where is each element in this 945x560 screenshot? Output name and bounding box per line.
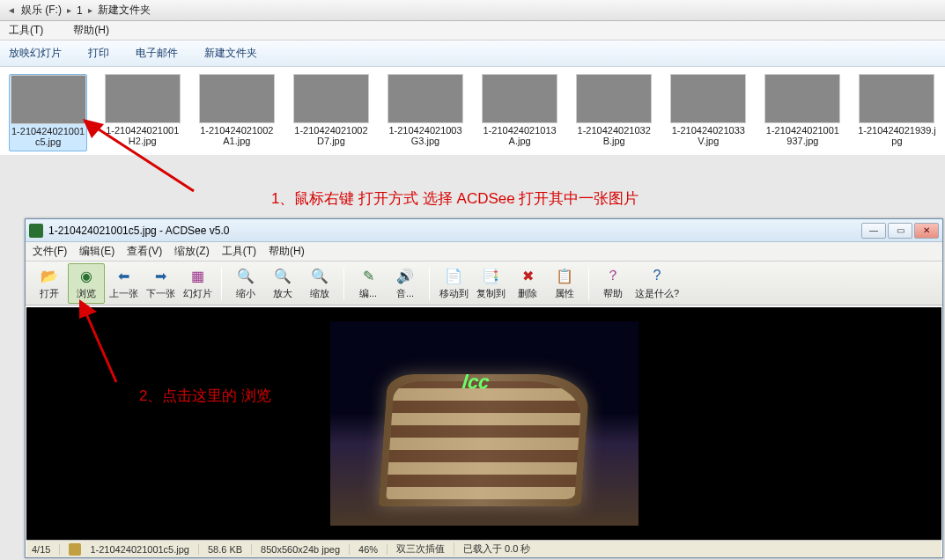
thumbnail-label: 1-210424021033V.jpg bbox=[669, 125, 748, 146]
thumbnail-item[interactable]: 1-210424021939.jpg bbox=[858, 74, 936, 151]
image-canvas[interactable]: lcc bbox=[26, 307, 941, 540]
toolbar-上一张-button[interactable]: ⬅上一张 bbox=[105, 263, 142, 304]
thumbnail-image bbox=[482, 74, 557, 123]
status-position: 4/15 bbox=[32, 544, 60, 555]
thumbnail-item[interactable]: 1-210424021002D7.jpg bbox=[292, 74, 370, 151]
toolbar-label: 下一张 bbox=[146, 287, 175, 300]
svg-line-0 bbox=[93, 126, 194, 191]
help-icon: ？ bbox=[603, 266, 623, 285]
toolbar-删除-button[interactable]: ✖删除 bbox=[509, 263, 546, 304]
minimize-button[interactable]: — bbox=[861, 223, 886, 239]
toolbar-label: 打开 bbox=[40, 287, 59, 300]
thumbnail-label: 1-210424021001c5.jpg bbox=[10, 126, 86, 147]
thumbnail-label: 1-210424021032B.jpg bbox=[575, 125, 653, 146]
toolbar-label: 属性 bbox=[555, 287, 574, 300]
file-type-icon bbox=[69, 543, 81, 556]
annotation-text-2: 2、点击这里的 浏览 bbox=[139, 386, 271, 406]
toolbar-label: 帮助 bbox=[603, 287, 623, 300]
breadcrumb-back-icon[interactable]: ◄ bbox=[7, 5, 16, 15]
cmd-print[interactable]: 打印 bbox=[88, 46, 109, 61]
thumbnail-item[interactable]: 1-210424021001c5.jpg bbox=[9, 74, 87, 151]
thumbnail-image bbox=[859, 74, 934, 123]
toolbar-separator bbox=[429, 267, 430, 300]
toolbar-打开-button[interactable]: 📂打开 bbox=[31, 263, 68, 304]
toolbar-label: 编... bbox=[359, 287, 377, 300]
menu-file[interactable]: 文件(F) bbox=[33, 244, 67, 259]
thumbnail-item[interactable]: 1-210424021003G3.jpg bbox=[386, 74, 464, 151]
toolbar-这是什么?-button[interactable]: ?这是什么? bbox=[631, 263, 683, 304]
move-icon: 📄 bbox=[444, 266, 463, 285]
thumbnail-image bbox=[105, 74, 181, 123]
toolbar-编...-button[interactable]: ✎编... bbox=[350, 263, 387, 304]
toolbar-放大-button[interactable]: 🔍放大 bbox=[264, 263, 301, 304]
thumbnail-item[interactable]: 1-210424021001937.jpg bbox=[764, 74, 842, 151]
cmd-newfolder[interactable]: 新建文件夹 bbox=[204, 46, 257, 61]
annotation-arrow-1 bbox=[81, 117, 196, 195]
acdsee-statusbar: 4/15 1-210424021001c5.jpg 58.6 KB 850x56… bbox=[26, 540, 941, 557]
menu-view[interactable]: 查看(V) bbox=[127, 244, 162, 259]
thumbnail-image bbox=[764, 74, 840, 123]
prop-icon: 📋 bbox=[555, 266, 574, 285]
status-loadtime: 已载入于 0.0 秒 bbox=[463, 542, 530, 556]
explorer-cmdbar: 放映幻灯片 打印 电子邮件 新建文件夹 bbox=[0, 41, 945, 67]
thumbnail-item[interactable]: 1-210424021032B.jpg bbox=[575, 74, 653, 151]
menu-tools[interactable]: 工具(T) bbox=[9, 23, 43, 38]
toolbar-label: 幻灯片 bbox=[183, 287, 212, 300]
menu-zoom[interactable]: 缩放(Z) bbox=[174, 244, 209, 259]
toolbar-separator bbox=[343, 267, 344, 300]
mag-icon: 🔍 bbox=[236, 266, 255, 285]
open-icon: 📂 bbox=[40, 266, 59, 285]
what-icon: ? bbox=[647, 266, 667, 285]
toolbar-缩放-button[interactable]: 🔍缩放 bbox=[301, 263, 338, 304]
status-dimensions: 850x560x24b jpeg bbox=[261, 544, 350, 555]
toolbar-缩小-button[interactable]: 🔍缩小 bbox=[227, 263, 264, 304]
breadcrumb-seg[interactable]: 1 bbox=[77, 4, 83, 17]
thumbnail-image bbox=[11, 75, 86, 124]
cmd-email[interactable]: 电子邮件 bbox=[136, 46, 178, 61]
thumbnail-label: 1-210424021003G3.jpg bbox=[386, 125, 464, 146]
slide-icon: ▦ bbox=[188, 266, 207, 285]
thumbnail-item[interactable]: 1-210424021033V.jpg bbox=[669, 74, 748, 151]
toolbar-下一张-button[interactable]: ➡下一张 bbox=[142, 263, 179, 304]
explorer-breadcrumb: ◄ 娱乐 (F:) ▸ 1 ▸ 新建文件夹 bbox=[0, 0, 945, 21]
toolbar-移动到-button[interactable]: 📄移动到 bbox=[435, 263, 472, 304]
acdsee-app-icon bbox=[29, 224, 43, 238]
thumbnail-image bbox=[576, 74, 652, 123]
thumbnail-label: 1-210424021001937.jpg bbox=[764, 125, 842, 146]
svg-line-2 bbox=[85, 310, 116, 382]
toolbar-separator bbox=[588, 267, 589, 300]
toolbar-幻灯片-button[interactable]: ▦幻灯片 bbox=[179, 263, 216, 304]
breadcrumb-seg[interactable]: 新建文件夹 bbox=[98, 3, 151, 18]
menu-tools[interactable]: 工具(T) bbox=[222, 244, 256, 259]
del-icon: ✖ bbox=[518, 266, 537, 285]
toolbar-帮助-button[interactable]: ？帮助 bbox=[594, 263, 631, 304]
toolbar-复制到-button[interactable]: 📑复制到 bbox=[472, 263, 509, 304]
browse-icon: ◉ bbox=[77, 266, 96, 285]
menu-edit[interactable]: 编辑(E) bbox=[79, 244, 114, 259]
cmd-slideshow[interactable]: 放映幻灯片 bbox=[9, 46, 62, 61]
menu-help[interactable]: 帮助(H) bbox=[73, 23, 109, 38]
next-icon: ➡ bbox=[151, 266, 170, 285]
main-image: lcc bbox=[330, 321, 639, 526]
toolbar-音...-button[interactable]: 🔊音... bbox=[387, 263, 424, 304]
thumbnail-image bbox=[388, 74, 463, 123]
status-zoom: 46% bbox=[358, 544, 388, 555]
acdsee-titlebar[interactable]: 1-210424021001c5.jpg - ACDSee v5.0 — ▭ ✕ bbox=[26, 219, 942, 242]
toolbar-属性-button[interactable]: 📋属性 bbox=[546, 263, 583, 304]
toolbar-label: 放大 bbox=[273, 287, 292, 300]
toolbar-浏览-button[interactable]: ◉浏览 bbox=[68, 263, 105, 304]
status-filesize: 58.6 KB bbox=[208, 544, 252, 555]
mag-icon: 🔍 bbox=[310, 266, 329, 285]
menu-help[interactable]: 帮助(H) bbox=[269, 244, 305, 259]
annotation-arrow-2 bbox=[72, 299, 125, 386]
status-interpolation: 双三次插值 bbox=[396, 542, 454, 556]
thumbnail-image bbox=[293, 74, 369, 123]
thumbnail-label: 1-210424021002D7.jpg bbox=[292, 125, 370, 146]
annotation-text-1: 1、鼠标右键 打开方式 选择 ACDSee 打开其中一张图片 bbox=[271, 188, 639, 209]
thumbnail-item[interactable]: 1-210424021002A1.jpg bbox=[197, 74, 276, 151]
maximize-button[interactable]: ▭ bbox=[888, 223, 912, 239]
breadcrumb-seg[interactable]: 娱乐 (F:) bbox=[21, 3, 62, 18]
explorer-menubar: 工具(T) 帮助(H) bbox=[0, 21, 945, 41]
close-button[interactable]: ✕ bbox=[914, 223, 939, 239]
thumbnail-item[interactable]: 1-210424021013A.jpg bbox=[481, 74, 559, 151]
